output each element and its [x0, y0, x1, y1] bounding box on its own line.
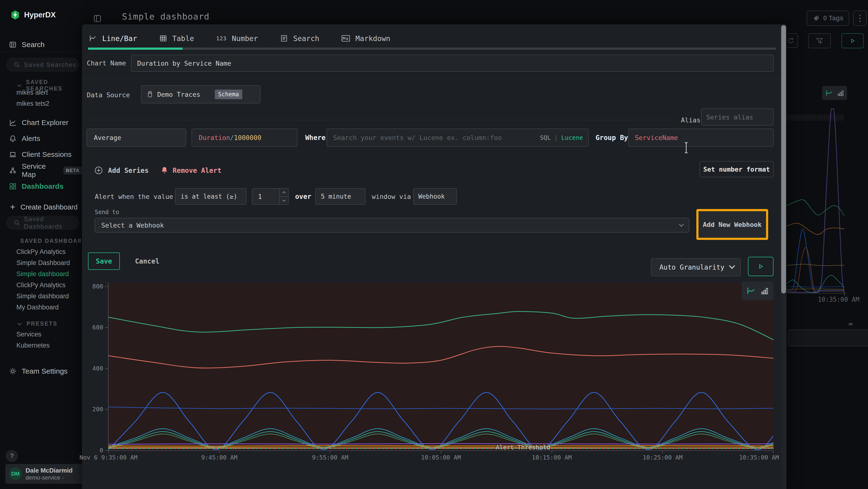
laptop-icon — [9, 150, 17, 159]
user-name: Dale McDiarmid — [26, 467, 72, 474]
saved-dashboard-item[interactable]: My Dashboard — [17, 302, 70, 313]
app-logo-text: HyperDX — [24, 10, 56, 19]
play-icon — [757, 263, 764, 270]
sidebar-item-alerts[interactable]: Alerts — [0, 131, 82, 146]
granularity-select[interactable]: Auto Granularity — [651, 258, 741, 276]
x-axis-tick-label: 9:45:00 AM — [181, 454, 258, 461]
saved-dashboards-input[interactable]: Saved Dashboards — [6, 216, 79, 230]
y-axis-line — [108, 283, 108, 451]
chart-name-input[interactable]: Duration by Service Name — [131, 55, 774, 72]
series-alias-input[interactable]: Series alias — [701, 109, 774, 125]
run-preview-button[interactable] — [748, 257, 774, 276]
filter-button[interactable] — [808, 33, 831, 48]
add-new-webhook-highlight: Add New Webhook — [696, 209, 768, 240]
chevron-down-icon — [729, 265, 735, 269]
tab-number[interactable]: 123 Number — [216, 34, 258, 43]
saved-dashboard-item[interactable]: Simple Dashboard — [17, 257, 70, 268]
add-series-button[interactable]: Add Series — [94, 165, 149, 176]
spinner-down-icon[interactable] — [279, 197, 288, 205]
chart-explorer-icon — [9, 118, 17, 127]
sidebar-collapse-button[interactable] — [93, 14, 102, 23]
saved-dashboard-item[interactable]: Simple dashboard — [17, 291, 70, 302]
saved-searches-placeholder: Saved Searches — [24, 61, 77, 68]
table-icon — [159, 34, 167, 42]
mode-divider: | — [554, 134, 558, 141]
saved-dashboards-header[interactable]: SAVED DASHBOARD — [17, 238, 81, 244]
chart-series-blue-flat — [108, 407, 774, 409]
group-by-input[interactable]: ServiceName — [628, 128, 774, 146]
play-icon — [849, 37, 856, 44]
y-axis-tick-label: 800 — [82, 283, 103, 290]
saved-dashboard-item[interactable]: Simple dashboard — [17, 268, 70, 280]
tags-button[interactable]: 0 Tags — [807, 10, 849, 26]
sidebar-item-team-settings[interactable]: Team Settings — [0, 364, 82, 378]
bar-chart-icon — [761, 287, 768, 295]
saved-search-item[interactable]: mikes alert — [17, 87, 50, 98]
chart-type-toggle-background[interactable] — [822, 86, 847, 100]
data-source-select[interactable]: Demo Traces Schema — [141, 85, 260, 103]
tab-search[interactable]: Search — [280, 34, 319, 43]
chart-type-tabs: Line/Bar Table 123 Number Search Markdow… — [89, 32, 390, 45]
database-icon — [147, 91, 153, 98]
document-list-icon — [280, 34, 288, 42]
save-button[interactable]: Save — [88, 253, 120, 270]
sidebar-item-label: Chart Explorer — [22, 118, 68, 127]
alert-bell-icon — [161, 166, 168, 175]
sql-mode-toggle[interactable]: SQL — [540, 134, 551, 141]
sidebar-item-client-sessions[interactable]: Client Sessions — [0, 147, 82, 162]
chart-series-bg-flat-blue — [786, 287, 844, 287]
remove-alert-button[interactable]: Remove Alert — [161, 165, 221, 176]
number-123-icon: 123 — [216, 35, 227, 41]
alert-window-select[interactable]: 5 minute — [315, 188, 365, 205]
where-search-input[interactable]: Search your events w/ Lucene ex. column:… — [327, 128, 589, 146]
lucene-mode-toggle[interactable]: Lucene — [561, 134, 583, 141]
presets-header[interactable]: PRESETS — [17, 320, 57, 327]
background-x-tick — [844, 293, 845, 296]
tab-table[interactable]: Table — [159, 34, 194, 43]
formula-token: 1000000 — [234, 134, 261, 141]
chart-series-green-top — [108, 311, 774, 340]
set-number-format-button[interactable]: Set number format — [700, 161, 774, 177]
sidebar-item-chart-explorer[interactable]: Chart Explorer — [0, 115, 82, 130]
modal-scrollbar-thumb[interactable] — [781, 25, 786, 293]
app-logo[interactable]: HyperDX — [10, 10, 56, 20]
preset-item[interactable]: Services — [17, 329, 50, 340]
saved-searches-list: mikes alertmikes tets2 — [17, 87, 50, 109]
where-label: Where — [305, 133, 326, 142]
tab-markdown[interactable]: Markdown — [341, 34, 390, 43]
run-query-button-background[interactable] — [841, 33, 864, 48]
help-button[interactable]: ? — [6, 450, 18, 462]
webhook-select[interactable]: Select a Webhook — [95, 218, 689, 232]
spinner-up-icon[interactable] — [279, 189, 288, 197]
aggregation-select[interactable]: Average — [87, 128, 186, 146]
create-dashboard-button[interactable]: + Create Dashboard — [0, 201, 82, 213]
sidebar-item-service-map[interactable]: Service Map BETA — [0, 163, 82, 178]
chart-type-toggle[interactable] — [742, 282, 774, 300]
line-chart-icon — [826, 90, 833, 96]
line-chart-icon — [747, 287, 756, 295]
alert-threshold-input[interactable]: 1 — [252, 188, 289, 205]
background-chart — [786, 107, 844, 293]
saved-dashboards-list: ClickPy AnalyticsSimple DashboardSimple … — [17, 246, 70, 313]
saved-search-item[interactable]: mikes tets2 — [17, 98, 50, 109]
number-spinner[interactable] — [279, 189, 288, 204]
field-formula-input[interactable]: Duration/1000000 — [192, 128, 297, 146]
add-new-webhook-button[interactable]: Add New Webhook — [699, 211, 766, 238]
alert-channel-select[interactable]: Webhook — [413, 188, 457, 205]
cancel-button[interactable]: Cancel — [135, 257, 159, 265]
chart-series-bg-orange — [786, 223, 844, 235]
preset-item[interactable]: Kubernetes — [17, 340, 50, 351]
saved-dashboard-item[interactable]: ClickPy Analytics — [17, 280, 70, 291]
bar-chart-icon — [838, 90, 844, 96]
sidebar-item-search[interactable]: Search — [0, 37, 82, 52]
sidebar: HyperDX Search Saved Searches SAVED SEAR… — [0, 0, 82, 489]
saved-dashboard-item[interactable]: ClickPy Analytics — [17, 246, 70, 257]
sidebar-item-dashboards[interactable]: Dashboards — [0, 179, 82, 194]
tab-line-bar[interactable]: Line/Bar — [89, 34, 137, 43]
kebab-menu-button[interactable] — [853, 10, 867, 26]
alert-condition-select[interactable]: is at least (≥) — [175, 188, 246, 205]
saved-searches-input[interactable]: Saved Searches — [6, 58, 79, 71]
sidebar-item-label: Service Map — [22, 162, 59, 179]
chart-series-dark-orange-flat — [108, 447, 774, 447]
modal-scrollbar-track[interactable] — [781, 24, 786, 489]
